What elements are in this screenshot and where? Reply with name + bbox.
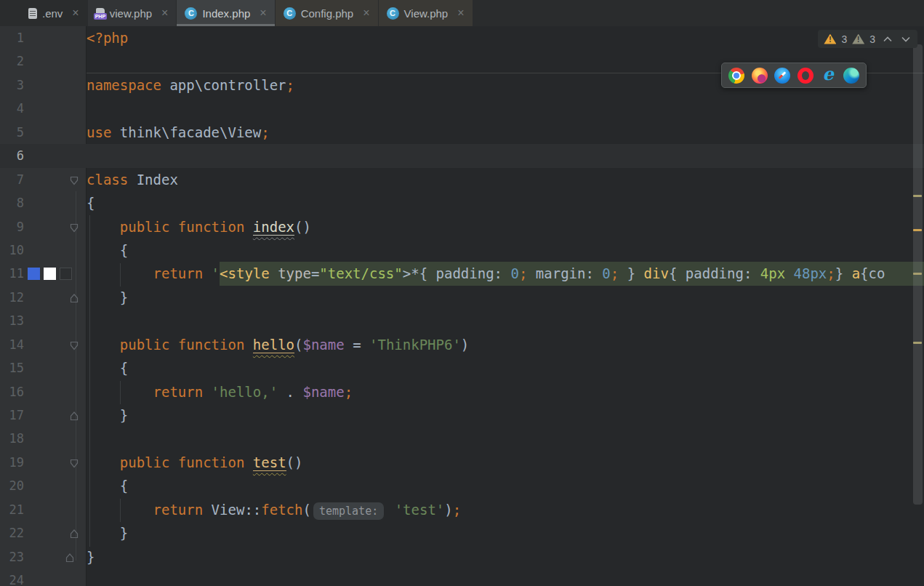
token-str: 'ThinkPHP6': [369, 337, 461, 353]
gutter-cell: 11: [0, 262, 86, 285]
token-css: padding: [436, 265, 494, 281]
code-text[interactable]: public function test(): [86, 451, 924, 474]
close-tab-icon[interactable]: ×: [457, 7, 464, 19]
code-text[interactable]: [86, 309, 924, 332]
fold-end-icon[interactable]: [70, 529, 79, 538]
code-text[interactable]: use think\facade\View;: [86, 121, 924, 144]
close-tab-icon[interactable]: ×: [260, 7, 266, 19]
token-kw: class: [87, 172, 128, 188]
token-tx: =: [345, 337, 369, 353]
gutter-cell: 17: [0, 404, 86, 427]
line-number: 22: [0, 521, 24, 545]
opera-browser-icon[interactable]: [798, 68, 813, 84]
close-tab-icon[interactable]: ×: [161, 7, 168, 19]
tab-index-php[interactable]: CIndex.php×: [177, 0, 274, 26]
fold-collapse-icon[interactable]: [70, 340, 79, 350]
chrome-browser-icon[interactable]: [728, 68, 744, 84]
token-tx: ): [461, 337, 469, 353]
code-text[interactable]: {: [86, 474, 924, 497]
token-val: 4px: [760, 265, 785, 281]
line-number: 17: [0, 404, 24, 427]
ie-browser-icon[interactable]: [820, 68, 836, 84]
gutter-cell: 23: [0, 545, 86, 569]
fold-end-icon[interactable]: [70, 293, 79, 302]
firefox-browser-icon[interactable]: [752, 68, 768, 84]
line-number: 18: [0, 427, 24, 450]
fold-end-icon[interactable]: [65, 553, 74, 562]
warning-triangle-icon[interactable]: [824, 34, 836, 44]
token-tag: <style: [220, 265, 270, 281]
code-text[interactable]: {: [86, 238, 924, 262]
previous-problem-icon[interactable]: [882, 33, 893, 45]
code-text[interactable]: [86, 97, 924, 120]
code-text[interactable]: }: [86, 545, 924, 569]
token-tx: [87, 337, 120, 353]
token-kw: function: [178, 454, 245, 470]
token-tx: [203, 502, 211, 518]
line-number: 10: [0, 238, 24, 262]
inspections-widget: 3 3: [818, 30, 917, 48]
color-swatch[interactable]: [60, 268, 72, 280]
color-swatch[interactable]: [28, 268, 40, 280]
tab-config-php[interactable]: CConfig.php×: [276, 0, 378, 26]
code-text[interactable]: }: [86, 521, 924, 545]
fold-collapse-icon[interactable]: [70, 458, 79, 467]
fold-collapse-icon[interactable]: [70, 175, 79, 185]
weak-warning-triangle-icon[interactable]: [852, 34, 864, 44]
tab-view-php[interactable]: CView.php×: [379, 0, 473, 26]
token-num: 0: [602, 265, 610, 281]
code-text[interactable]: }: [86, 286, 924, 309]
code-text[interactable]: class Index: [86, 168, 924, 191]
next-problem-icon[interactable]: [900, 33, 912, 45]
code-editor[interactable]: 1<?php23namespace app\controller;45use t…: [0, 26, 924, 586]
tab-label: Config.php: [301, 7, 354, 20]
parameter-name-hint[interactable]: template:: [313, 502, 384, 520]
token-tx: =: [311, 265, 319, 281]
code-text[interactable]: [86, 144, 924, 167]
safari-browser-icon[interactable]: [774, 68, 790, 84]
code-line-4: 4: [0, 97, 924, 120]
token-tx: }: [87, 289, 128, 305]
code-text[interactable]: return '<style type="text/css">*{ paddin…: [86, 262, 924, 285]
code-text[interactable]: return View::fetch(template: 'test');: [86, 498, 924, 521]
code-text[interactable]: return 'hello,' . $name;: [86, 380, 924, 404]
code-text[interactable]: [86, 427, 924, 450]
tab-env[interactable]: .env×: [20, 0, 87, 26]
tab-label: .env: [42, 7, 63, 20]
fold-end-icon[interactable]: [70, 411, 79, 420]
token-attr: type: [270, 265, 311, 281]
token-tx: ): [444, 502, 452, 518]
editor-scrollbar[interactable]: [913, 44, 923, 505]
code-text[interactable]: [86, 569, 924, 586]
token-tx: }: [627, 265, 644, 281]
gutter-cell: 6: [0, 144, 86, 167]
token-tx: {: [669, 265, 686, 281]
code-line-7: 7class Index: [0, 168, 924, 191]
token-tx: [87, 219, 120, 235]
close-tab-icon[interactable]: ×: [72, 7, 79, 19]
code-text[interactable]: {: [86, 356, 924, 380]
token-tx: think\facade\View: [111, 124, 261, 140]
gutter-cell: 22: [0, 521, 86, 545]
color-swatch[interactable]: [44, 268, 56, 280]
fold-collapse-icon[interactable]: [70, 222, 79, 232]
edge-browser-icon[interactable]: [843, 68, 859, 84]
token-tx: {co: [860, 265, 885, 281]
code-text[interactable]: }: [86, 404, 924, 427]
token-tx: }: [835, 265, 852, 281]
code-text[interactable]: public function hello($name = 'ThinkPHP6…: [86, 333, 924, 356]
gutter-cell: 24: [0, 569, 86, 586]
code-line-22: 22 }: [0, 521, 924, 545]
close-tab-icon[interactable]: ×: [363, 7, 369, 19]
code-text[interactable]: {: [86, 191, 924, 214]
gutter-cell: 2: [0, 49, 86, 73]
code-line-6: 6: [0, 144, 924, 167]
code-line-24: 24: [0, 569, 924, 586]
tab-view-php[interactable]: PHPview.php×: [88, 0, 177, 26]
code-text[interactable]: <?php: [86, 26, 924, 49]
code-text[interactable]: public function index(): [86, 215, 924, 238]
token-tx: [169, 454, 177, 470]
code-line-23: 23}: [0, 545, 924, 569]
token-kw: public: [120, 337, 170, 353]
token-tx: (): [294, 219, 311, 235]
